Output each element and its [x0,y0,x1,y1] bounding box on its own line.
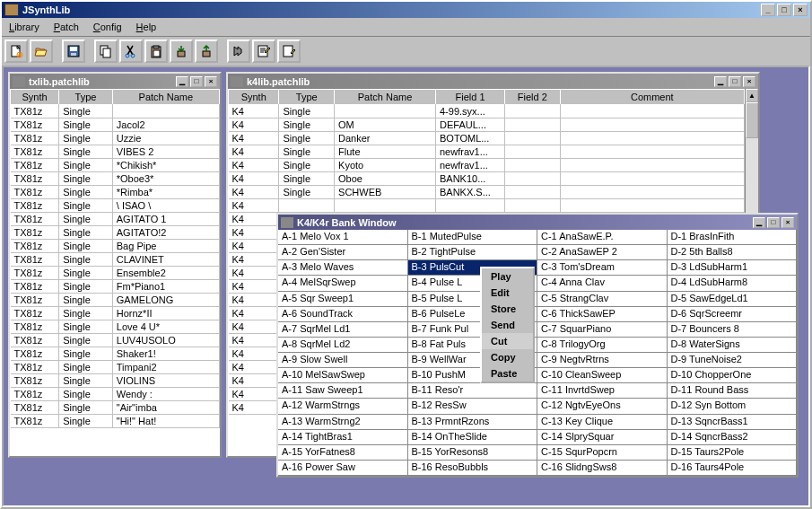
open-icon[interactable] [30,39,53,63]
menu-patch[interactable]: Patch [50,20,83,34]
table-cell[interactable]: K4 [229,307,279,320]
bank-cell[interactable]: B-14 OnTheSlide [408,430,538,445]
play-icon[interactable] [227,39,250,63]
table-cell[interactable] [560,159,744,172]
column-header[interactable]: Synth [11,90,59,105]
table-cell[interactable]: Single [59,240,113,253]
bank-cell[interactable]: D-11 Round Bass [668,383,798,399]
context-copy[interactable]: Copy [482,349,533,365]
window-txlib-title[interactable]: txlib.patchlib ▁ □ × [10,74,220,89]
table-cell[interactable]: CLAVINET [112,253,219,267]
table-cell[interactable]: newfrav1... [436,145,505,159]
bank-cell[interactable]: D-13 SqncrBass1 [668,415,798,430]
bank-cell[interactable]: C-3 Tom'sDream [537,260,668,276]
table-cell[interactable]: \ ISAO \ [112,199,219,213]
cut-icon[interactable] [119,39,143,63]
scroll-thumb[interactable] [746,102,758,138]
table-cell[interactable]: Shaker1! [112,347,219,361]
win-max-icon[interactable]: □ [729,76,741,87]
table-cell[interactable]: Single [59,213,113,226]
table-cell[interactable]: TX81z [11,226,59,240]
context-send[interactable]: Send [482,317,533,333]
table-cell[interactable] [505,118,561,132]
table-cell[interactable]: DEFAUL... [436,118,505,132]
bank-cell[interactable]: A-11 Saw Sweep1 [278,383,408,399]
table-cell[interactable]: AGITATO!2 [112,226,219,240]
context-edit[interactable]: Edit [482,285,533,301]
table-cell[interactable]: Single [59,253,113,267]
table-cell[interactable] [436,199,505,213]
table-cell[interactable]: TX81z [11,361,59,374]
bank-cell[interactable]: C-12 NgtvEyeOns [537,399,668,414]
bank-cell[interactable]: A-3 Melo Waves [278,260,408,276]
menu-config[interactable]: Config [90,20,126,34]
scroll-up-icon[interactable]: ▲ [746,89,758,102]
table-cell[interactable]: Single [59,388,113,401]
bank-cell[interactable]: B-11 Reso'r [408,383,538,399]
table-cell[interactable]: Single [59,105,113,118]
table-cell[interactable]: K4 [229,213,279,226]
bank-cell[interactable]: C-10 CleanSweep [537,368,668,383]
new-icon[interactable] [4,39,28,63]
win-max-icon[interactable]: □ [190,76,203,87]
table-cell[interactable] [560,172,744,186]
bank-cell[interactable]: B-16 ResoBubbls [408,461,538,476]
table-cell[interactable]: Wendy : [112,388,219,401]
table-cell[interactable]: Single [279,145,335,159]
table-cell[interactable]: Bag Pipe [112,240,219,253]
table-cell[interactable]: K4 [229,253,279,267]
table-cell[interactable]: TX81z [11,320,59,334]
table-cell[interactable]: Single [59,199,113,213]
table-cell[interactable]: K4 [229,280,279,294]
table-cell[interactable] [505,105,561,118]
bank-cell[interactable]: D-7 Bouncers 8 [668,322,798,338]
bank-cell[interactable]: A-10 MelSawSwep [278,368,408,383]
table-cell[interactable]: BOTOML... [436,132,505,145]
bank-cell[interactable]: D-6 SqrScreemr [668,307,798,322]
table-cell[interactable]: TX81z [11,280,59,294]
column-header[interactable]: Comment [560,90,744,105]
table-cell[interactable]: TX81z [11,401,59,415]
table-cell[interactable]: TX81z [11,334,59,347]
bank-cell[interactable]: B-1 MutedPulse [408,230,538,245]
table-cell[interactable]: Timpani2 [112,361,219,374]
column-header[interactable]: Field 2 [505,90,561,105]
bank-cell[interactable]: A-8 SqrMel Ld2 [278,338,408,353]
table-cell[interactable]: Single [59,145,113,159]
bank-cell[interactable]: A-9 Slow Swell [278,353,408,368]
bank-cell[interactable]: D-4 LdSubHarm8 [668,276,798,291]
bank-cell[interactable]: A-2 Gen'Sister [278,245,408,260]
table-cell[interactable]: TX81z [11,172,59,186]
table-cell[interactable]: Danker [335,132,436,145]
table-cell[interactable] [335,199,436,213]
table-cell[interactable]: K4 [229,118,279,132]
table-cell[interactable]: K4 [229,199,279,213]
table-cell[interactable]: K4 [229,361,279,374]
table-cell[interactable]: K4 [229,347,279,361]
table-cell[interactable]: Single [59,320,113,334]
maximize-button[interactable]: □ [777,4,791,16]
menu-library[interactable]: Library [5,20,43,34]
table-cell[interactable]: Single [59,401,113,415]
window-k4lib-title[interactable]: k4lib.patchlib ▁ □ × [228,74,758,89]
bank-cell[interactable]: C-7 SquarPiano [537,322,668,338]
table-cell[interactable]: TX81z [11,145,59,159]
bank-cell[interactable]: D-14 SqncrBass2 [668,430,798,445]
bank-grid[interactable]: A-1 Melo Vox 1B-1 MutedPulseC-1 AnaSawE.… [278,230,797,476]
win-close-icon[interactable]: × [743,76,755,87]
table-cell[interactable]: Flute [335,145,436,159]
table-cell[interactable] [560,132,744,145]
bank-cell[interactable]: D-2 5th Balls8 [668,245,798,260]
bank-cell[interactable]: B-2 TightPulse [408,245,538,260]
bank-cell[interactable]: D-8 WaterSigns [668,338,798,353]
column-header[interactable]: Type [59,90,113,105]
table-cell[interactable]: *Chikish* [112,159,219,172]
table-cell[interactable]: TX81z [11,307,59,320]
table-cell[interactable]: TX81z [11,253,59,267]
table-cell[interactable]: GAMELONG [112,294,219,307]
title-bar[interactable]: JSynthLib _ □ × [2,2,810,18]
table-cell[interactable]: TX81z [11,213,59,226]
win-close-icon[interactable]: × [205,76,217,87]
bank-cell[interactable]: A-12 WarmStrngs [278,399,408,414]
copy-icon[interactable] [94,39,118,63]
